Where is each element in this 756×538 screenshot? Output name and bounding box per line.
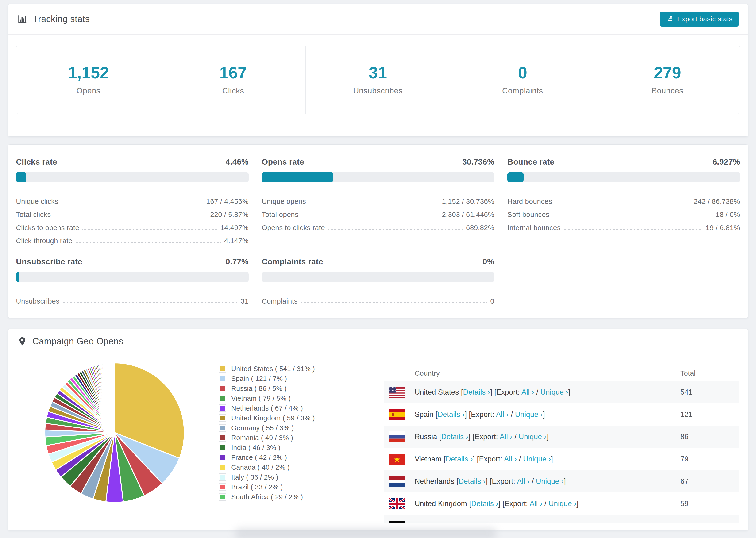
geo-header: Campaign Geo Opens	[8, 329, 748, 354]
legend-swatch	[219, 404, 226, 412]
rate-detail-row: Hard bounces242 / 86.738%	[507, 192, 740, 205]
legend-label: South Africa ( 29 / 2% )	[231, 493, 303, 501]
legend-label: Netherlands ( 67 / 4% )	[231, 404, 303, 412]
flag-us-icon	[389, 387, 405, 398]
export-all-link-vn[interactable]: All ›	[504, 455, 517, 463]
legend-item-vn: Vietnam ( 79 / 5% )	[219, 394, 378, 403]
rate-progress-fill	[262, 172, 333, 183]
legend-label: Russia ( 86 / 5% )	[231, 385, 287, 393]
details-link-ru[interactable]: Details ›	[441, 433, 469, 441]
legend-label: United Kingdom ( 59 / 3% )	[231, 414, 315, 422]
rate-block-opens-rate: Opens rate30.736%Unique opens1,152 / 30.…	[262, 157, 495, 245]
legend-item-ca: Canada ( 40 / 2% )	[219, 462, 378, 472]
bottom-blur-artifact	[235, 528, 497, 538]
legend-label: India ( 46 / 3% )	[231, 444, 281, 452]
details-link-gb[interactable]: Details ›	[471, 500, 499, 508]
summary-stat-complaints: 0Complaints	[450, 46, 595, 114]
rate-value: 0%	[483, 257, 495, 266]
rate-progress-bar	[16, 272, 249, 282]
export-all-link-ru[interactable]: All ›	[500, 433, 512, 441]
geo-table-row-ru: Russia [Details ›] [Export: All › / Uniq…	[384, 426, 739, 448]
detail-label: Internal bounces	[507, 224, 561, 232]
geo-table-row-gb: United Kingdom [Details ›] [Export: All …	[384, 493, 739, 515]
flag-de-icon	[389, 521, 405, 523]
detail-value: 242 / 86.738%	[694, 197, 740, 205]
flag-es-icon	[389, 409, 405, 420]
country-cell: Netherlands [Details ›] [Export: All › /…	[415, 477, 680, 486]
stat-value: 1,152	[68, 65, 109, 81]
export-all-link-es[interactable]: All ›	[496, 410, 509, 418]
rate-value: 4.46%	[226, 157, 249, 166]
export-unique-link-nl[interactable]: Unique ›	[536, 477, 564, 485]
detail-label: Clicks to opens rate	[16, 224, 79, 232]
detail-value: 19 / 6.81%	[706, 224, 740, 232]
legend-item-fr: France ( 42 / 2% )	[219, 453, 378, 462]
detail-value: 1,152 / 30.736%	[442, 197, 494, 205]
stat-value: 279	[654, 65, 681, 81]
export-all-link-us[interactable]: All ›	[521, 388, 534, 396]
flag-nl-icon	[389, 476, 405, 487]
total-cell: 59	[680, 500, 734, 508]
flag-gb-icon	[389, 498, 405, 509]
rate-title: Complaints rate	[262, 257, 323, 266]
rates-card: Clicks rate4.46%Unique clicks167 / 4.456…	[8, 144, 748, 318]
geo-table-row-us: United States [Details ›] [Export: All ›…	[384, 381, 739, 403]
legend-label: Vietnam ( 79 / 5% )	[231, 395, 291, 402]
export-all-link-gb[interactable]: All ›	[530, 500, 542, 508]
campaign-geo-opens-card: Campaign Geo Opens United States ( 541 /…	[8, 329, 748, 530]
details-link-vn[interactable]: Details ›	[446, 455, 473, 463]
detail-label: Unique opens	[262, 197, 306, 205]
detail-label: Total opens	[262, 211, 298, 219]
rate-value: 0.77%	[226, 257, 249, 266]
detail-label: Click through rate	[16, 237, 73, 245]
bar-chart-icon	[17, 14, 28, 24]
geo-table-row-vn: Vietnam [Details ›] [Export: All › / Uni…	[384, 448, 739, 470]
details-link-nl[interactable]: Details ›	[459, 477, 486, 485]
summary-stats-row: 1,152Opens167Clicks31Unsubscribes0Compla…	[16, 46, 740, 114]
rate-detail-row: Total clicks220 / 5.87%	[16, 205, 249, 219]
legend-swatch	[219, 463, 226, 471]
details-link-es[interactable]: Details ›	[438, 410, 465, 418]
legend-label: Romania ( 49 / 3% )	[231, 434, 293, 442]
stat-label: Opens	[77, 86, 100, 95]
rate-progress-fill	[16, 272, 19, 282]
dotted-leader	[556, 202, 690, 203]
page-title: Tracking stats	[33, 14, 90, 24]
dotted-leader	[62, 202, 203, 203]
legend-item-nl: Netherlands ( 67 / 4% )	[219, 403, 378, 413]
legend-label: United States ( 541 / 31% )	[231, 365, 315, 373]
total-cell: 86	[680, 433, 734, 441]
dotted-leader	[76, 242, 221, 243]
legend-label: Germany ( 55 / 3% )	[231, 424, 294, 432]
tracking-stats-card: Tracking stats Export basic stats 1,152O…	[8, 4, 748, 136]
detail-label: Unsubscribes	[16, 297, 59, 305]
export-unique-link-es[interactable]: Unique ›	[515, 410, 543, 418]
detail-label: Opens to clicks rate	[262, 224, 325, 232]
detail-value: 167 / 4.456%	[206, 197, 248, 205]
export-unique-link-gb[interactable]: Unique ›	[549, 500, 577, 508]
legend-label: Canada ( 40 / 2% )	[231, 463, 290, 471]
stat-value: 167	[220, 65, 247, 81]
geo-table-row-nl: Netherlands [Details ›] [Export: All › /…	[384, 470, 739, 493]
location-pin-icon	[17, 336, 27, 346]
export-all-link-nl[interactable]: All ›	[517, 477, 530, 485]
export-basic-stats-button[interactable]: Export basic stats	[660, 12, 739, 27]
pie-svg	[43, 361, 186, 504]
export-unique-link-us[interactable]: Unique ›	[540, 388, 568, 396]
detail-value: 18 / 0%	[716, 211, 740, 219]
details-link-us[interactable]: Details ›	[463, 388, 490, 396]
detail-label: Total clicks	[16, 211, 51, 219]
geo-body: United States ( 541 / 31% )Spain ( 121 /…	[8, 354, 748, 530]
detail-value: 4.147%	[224, 237, 249, 245]
geo-table-row-partial	[384, 515, 739, 523]
export-unique-link-vn[interactable]: Unique ›	[523, 455, 551, 463]
rate-progress-bar	[262, 172, 495, 183]
rate-progress-bar	[507, 172, 740, 183]
rate-detail-row: Click through rate4.147%	[16, 232, 249, 245]
legend-label: France ( 42 / 2% )	[231, 454, 287, 461]
export-unique-link-ru[interactable]: Unique ›	[519, 433, 547, 441]
dotted-leader	[301, 302, 487, 303]
rate-detail-row: Internal bounces19 / 6.81%	[507, 219, 740, 232]
rate-title: Clicks rate	[16, 157, 57, 166]
legend-swatch	[219, 483, 226, 491]
